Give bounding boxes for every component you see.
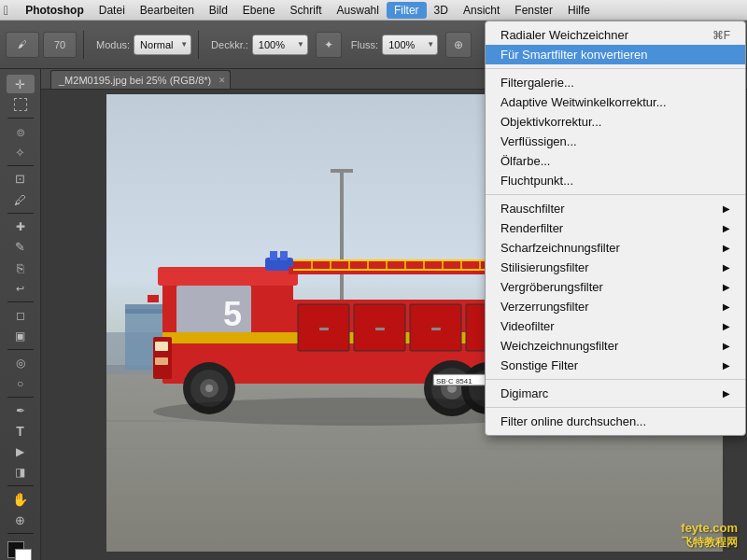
tool-divider-6 [7, 397, 34, 398]
filter-menu-item-filtergalerie[interactable]: Filtergalerie... [486, 73, 745, 92]
filter-item-label-vergroe: Vergröberungsfilter [500, 280, 603, 294]
svg-text:SB·C 8541: SB·C 8541 [436, 377, 472, 385]
tool-blur[interactable]: ◎ [7, 354, 35, 372]
filter-menu-item-vergroe[interactable]: Vergröberungsfilter ▶ [486, 277, 745, 297]
menu-item-ansicht[interactable]: Ansicht [456, 2, 507, 19]
submenu-arrow-weich-icon: ▶ [723, 341, 730, 351]
tool-heal[interactable]: ✚ [7, 217, 35, 236]
menu-item-ebene[interactable]: Ebene [235, 2, 283, 19]
filter-menu-item-digimarc[interactable]: Digimarc ▶ [486, 384, 745, 403]
menu-item-fenster[interactable]: Fenster [507, 2, 560, 19]
tool-history-brush[interactable]: ↩ [7, 279, 35, 298]
filter-menu-item-radial[interactable]: Radialer Weichzeichner ⌘F [486, 25, 745, 45]
submenu-arrow-stilis-icon: ▶ [723, 262, 730, 273]
airbrush-toggle[interactable]: ✦ [316, 32, 342, 58]
filter-item-label-stilis: Stilisierungsfilter [500, 260, 589, 274]
tablet-pressure-toggle[interactable]: ⊕ [445, 32, 472, 58]
canvas-tab-label: _M2M0195.jpg bei 25% (RGB/8*) [59, 75, 211, 86]
flow-dropdown[interactable]: 100% [382, 35, 438, 55]
foreground-background-colors[interactable] [7, 541, 34, 560]
filter-menu-item-weich[interactable]: Weichzeichnungsfilter ▶ [486, 336, 745, 356]
filter-menu-item-video[interactable]: Videofilter ▶ [486, 316, 745, 336]
canvas-tab[interactable]: _M2M0195.jpg bei 25% (RGB/8*) ✕ [50, 70, 231, 89]
tool-lasso[interactable]: ⌾ [7, 122, 35, 141]
filter-menu-item-rausch[interactable]: Rauschfilter ▶ [486, 199, 745, 218]
menu-item-auswahl[interactable]: Auswahl [330, 2, 387, 19]
filter-menu-item-smartfilter[interactable]: Für Smartfilter konvertieren [486, 45, 745, 64]
tool-marquee[interactable] [7, 95, 35, 114]
filter-menu-item-objektiv[interactable]: Objektivkorrektur... [486, 112, 745, 132]
menu-item-bild[interactable]: Bild [202, 2, 235, 19]
filter-menu-item-scharf[interactable]: Scharfzeichnungsfilter ▶ [486, 238, 745, 258]
filter-item-label-sonst: Sonstige Filter [500, 358, 578, 372]
filter-item-label-weich: Weichzeichnungsfilter [500, 339, 618, 353]
mode-dropdown-wrapper: Normal ▼ [134, 35, 191, 55]
tool-shape[interactable]: ◨ [7, 463, 35, 482]
toolbar-separator-2 [198, 31, 199, 59]
tool-preset-picker[interactable]: 🖌 [6, 32, 39, 58]
filter-menu: Radialer Weichzeichner ⌘F Für Smartfilte… [485, 21, 746, 436]
tool-magic-wand[interactable]: ✧ [7, 143, 35, 161]
filter-item-label-filtergalerie: Filtergalerie... [500, 76, 574, 90]
app-name[interactable]: Photoshop [18, 2, 92, 19]
filter-menu-item-render[interactable]: Renderfilter ▶ [486, 218, 745, 238]
tool-divider-1 [7, 118, 34, 119]
tool-divider-4 [7, 301, 34, 302]
submenu-arrow-verzerr-icon: ▶ [723, 301, 730, 312]
opacity-dropdown[interactable]: 100% [252, 35, 308, 55]
opacity-dropdown-wrapper: 100% ▼ [252, 35, 308, 55]
tool-crop[interactable]: ⊡ [7, 170, 35, 189]
menu-item-3d[interactable]: 3D [427, 2, 456, 19]
flow-dropdown-wrapper: 100% ▼ [382, 35, 438, 55]
filter-item-label-adaptive: Adaptive Weitwinkelkorrektur... [500, 95, 667, 109]
tab-close-icon[interactable]: ✕ [218, 76, 226, 85]
svg-rect-31 [155, 342, 168, 351]
tool-dodge[interactable]: ○ [7, 374, 35, 393]
tool-brush[interactable]: ✎ [7, 238, 35, 257]
opacity-label: Deckkr.: [211, 39, 248, 50]
tool-eraser[interactable]: ◻ [7, 306, 35, 325]
svg-point-39 [205, 385, 213, 392]
menu-item-datei[interactable]: Datei [92, 2, 133, 19]
filter-menu-item-verzerr[interactable]: Verzerrungsfilter ▶ [486, 297, 745, 316]
tool-divider-2 [7, 165, 34, 166]
filter-menu-separator-2 [486, 194, 745, 195]
filter-menu-item-stilis[interactable]: Stilisierungsfilter ▶ [486, 258, 745, 277]
submenu-arrow-rausch-icon: ▶ [723, 203, 730, 214]
filter-menu-separator-1 [486, 68, 745, 69]
tool-text[interactable]: T [7, 422, 35, 441]
tool-hand[interactable]: ✋ [7, 490, 35, 509]
menu-item-schrift[interactable]: Schrift [283, 2, 330, 19]
submenu-arrow-sonst-icon: ▶ [723, 360, 730, 371]
filter-item-label-video: Videofilter [500, 319, 555, 333]
filter-menu-item-fluchtpunkt[interactable]: Fluchtpunkt... [486, 171, 745, 190]
submenu-arrow-digimarc-icon: ▶ [723, 388, 730, 399]
tool-path-select[interactable]: ▶ [7, 442, 35, 461]
tool-gradient[interactable]: ▣ [7, 327, 35, 345]
filter-menu-item-sonst[interactable]: Sonstige Filter ▶ [486, 356, 745, 375]
filter-menu-item-adaptive[interactable]: Adaptive Weitwinkelkorrektur... [486, 92, 745, 112]
apple-logo-icon[interactable]:  [4, 3, 8, 18]
tool-eyedropper[interactable]: 🖊 [7, 190, 35, 209]
tool-clone[interactable]: ⎘ [7, 259, 35, 277]
filter-item-label-render: Renderfilter [500, 221, 563, 235]
filter-menu-item-oelfarbe[interactable]: Ölfarbe... [486, 151, 745, 171]
filter-menu-item-online[interactable]: Filter online durchsuchen... [486, 412, 745, 431]
tool-pen[interactable]: ✒ [7, 401, 35, 420]
filter-menu-separator-3 [486, 379, 745, 380]
menu-item-filter[interactable]: Filter [387, 2, 427, 19]
menu-item-bearbeiten[interactable]: Bearbeiten [133, 2, 202, 19]
tool-move[interactable]: ✛ [7, 75, 35, 93]
tool-divider-5 [7, 349, 34, 350]
filter-item-label-verzerr: Verzerrungsfilter [500, 300, 589, 314]
mode-dropdown[interactable]: Normal [134, 35, 191, 55]
svg-rect-26 [375, 328, 385, 330]
filter-item-label-verfluessigen: Verflüssigen... [500, 134, 577, 148]
brush-size-display[interactable]: 70 [43, 32, 77, 58]
menu-item-hilfe[interactable]: Hilfe [560, 2, 598, 19]
menu-bar:  Photoshop Datei Bearbeiten Bild Ebene … [0, 0, 747, 21]
tool-zoom[interactable]: ⊕ [7, 511, 35, 529]
filter-item-shortcut-radial: ⌘F [712, 29, 730, 42]
svg-rect-32 [155, 357, 168, 365]
filter-menu-item-verfluessigen[interactable]: Verflüssigen... [486, 132, 745, 151]
